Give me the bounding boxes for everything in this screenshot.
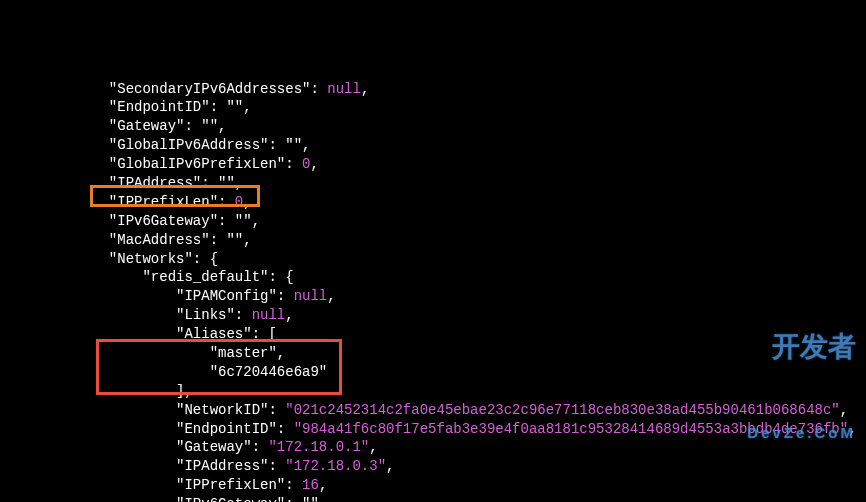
json-line: "EndpointID": "984a41f6c80f17e5fab3e39e4… bbox=[8, 421, 857, 437]
json-line: "Networks": { bbox=[8, 251, 218, 267]
json-line: "master", bbox=[8, 345, 285, 361]
json-line: "6c720446e6a9" bbox=[8, 364, 327, 380]
json-line: "IPv6Gateway": "", bbox=[8, 213, 260, 229]
json-line: "IPAddress": "", bbox=[8, 175, 243, 191]
json-line: "IPPrefixLen": 0, bbox=[8, 194, 252, 210]
watermark-sub: DevZe.CoM bbox=[747, 425, 856, 442]
json-line: "EndpointID": "", bbox=[8, 99, 252, 115]
json-line-network-name: "redis_default": { bbox=[8, 269, 294, 285]
json-line: "IPv6Gateway": "", bbox=[8, 496, 327, 502]
json-line: "Aliases": [ bbox=[8, 326, 277, 342]
json-line-ipprefixlen: "IPPrefixLen": 16, bbox=[8, 477, 327, 493]
json-line: "Links": null, bbox=[8, 307, 294, 323]
terminal-output: "SecondaryIPv6Addresses": null, "Endpoin… bbox=[8, 80, 858, 502]
json-line: "NetworkID": "021c2452314c2fa0e45ebae23c… bbox=[8, 402, 848, 418]
json-line-gateway: "Gateway": "172.18.0.1", bbox=[8, 439, 378, 455]
json-line: "GlobalIPv6PrefixLen": 0, bbox=[8, 156, 319, 172]
watermark-main: 开发者 bbox=[747, 332, 856, 363]
json-line: "GlobalIPv6Address": "", bbox=[8, 137, 310, 153]
json-line: "MacAddress": "", bbox=[8, 232, 252, 248]
json-line: "Gateway": "", bbox=[8, 118, 226, 134]
json-line-ipaddress: "IPAddress": "172.18.0.3", bbox=[8, 458, 394, 474]
json-line: "IPAMConfig": null, bbox=[8, 288, 336, 304]
watermark: 开发者 DevZe.CoM bbox=[747, 271, 856, 472]
json-line: ], bbox=[8, 383, 193, 399]
json-line: "SecondaryIPv6Addresses": null, bbox=[8, 81, 369, 97]
